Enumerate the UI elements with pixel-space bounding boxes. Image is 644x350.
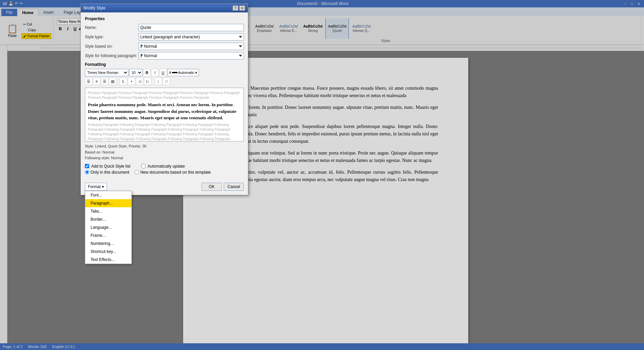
dialog-help-button[interactable]: ? <box>232 5 238 11</box>
dropdown-font[interactable]: Font... <box>85 191 131 199</box>
dropdown-numbering[interactable]: Numbering... <box>85 239 131 248</box>
preview-box: Previous Paragraph Previous Paragraph Pr… <box>85 88 244 141</box>
format-button-label: Format <box>88 184 101 189</box>
style-info-line2: Based on: Normal <box>85 149 244 156</box>
name-control <box>139 24 244 31</box>
preview-following-text: Following Paragraph Following Paragraph … <box>88 123 241 141</box>
only-doc-radio[interactable] <box>85 170 89 174</box>
style-following-control: ⁋ Normal <box>139 52 244 59</box>
style-info-line3: Following style: Normal <box>85 155 244 161</box>
align-justify-button[interactable]: ▤ <box>109 78 116 85</box>
align-right-button[interactable]: ☰ <box>101 78 108 85</box>
ordered-list-button[interactable]: 1. <box>120 78 127 85</box>
style-info: Style: Linked, Quick Style, Priority: 30… <box>85 143 244 161</box>
formatting-header: Formatting <box>85 62 244 67</box>
radio-row: Only in this document New documents base… <box>85 170 244 175</box>
ok-cancel-buttons: OK Cancel <box>202 183 244 191</box>
decrease-indent-button[interactable]: ◁ <box>136 78 143 85</box>
style-type-label: Style type: <box>85 35 139 39</box>
dialog-bold-button[interactable]: B <box>143 69 151 76</box>
dropdown-frame[interactable]: Frame... <box>85 231 131 239</box>
style-following-select[interactable]: ⁋ Normal <box>139 52 244 59</box>
dialog-footer: Format ▾ Font... Paragraph... Tabs... Bo… <box>81 181 248 195</box>
name-input[interactable] <box>139 24 244 31</box>
name-label: Name: <box>85 25 139 30</box>
format-dropdown-container: Format ▾ Font... Paragraph... Tabs... Bo… <box>85 183 107 191</box>
style-type-control: Linked (paragraph and character) <box>139 33 244 41</box>
formatting-tools: Times New Roman 10 B I U A Automatic ▾ <box>85 69 244 85</box>
border-button[interactable]: □ <box>163 78 170 85</box>
format-button[interactable]: Format ▾ <box>85 183 107 191</box>
dropdown-tabs[interactable]: Tabs... <box>85 207 131 215</box>
align-left-button[interactable]: ☰ <box>85 78 92 85</box>
style-type-row: Style type: Linked (paragraph and charac… <box>85 33 244 41</box>
properties-header: Properties <box>85 16 244 21</box>
style-following-label: Style for following paragraph: <box>85 53 139 58</box>
format-dropdown-arrow: ▾ <box>102 184 104 189</box>
dialog-font-select[interactable]: Times New Roman <box>85 69 128 76</box>
preview-previous-text: Previous Paragraph Previous Paragraph Pr… <box>88 91 241 100</box>
add-to-quick-label: Add to Quick Style list <box>91 164 130 169</box>
name-row: Name: <box>85 24 244 31</box>
style-based-control: ⁋ Normal <box>139 43 244 50</box>
dialog-title: Modify Style <box>84 6 105 10</box>
modify-style-dialog: Modify Style ? ✕ Properties Name: Style … <box>80 3 248 195</box>
align-center-button[interactable]: ≡ <box>93 78 100 85</box>
dialog-size-select[interactable]: 10 <box>129 69 143 76</box>
style-based-row: Style based on: ⁋ Normal <box>85 43 244 50</box>
dialog-underline-button[interactable]: U <box>159 69 167 76</box>
format-dropdown-menu: Font... Paragraph... Tabs... Border... L… <box>85 191 132 264</box>
style-based-label: Style based on: <box>85 44 139 49</box>
increase-indent-button[interactable]: ▷ <box>144 78 151 85</box>
style-based-select[interactable]: ⁋ Normal <box>139 43 244 50</box>
dialog-color-dropdown[interactable]: A Automatic ▾ <box>167 69 199 76</box>
dropdown-border[interactable]: Border... <box>85 215 131 223</box>
dialog-italic-button[interactable]: I <box>151 69 159 76</box>
style-info-line1: Style: Linked, Quick Style, Priority: 30 <box>85 143 244 149</box>
only-doc-label: Only in this document <box>91 170 129 175</box>
dialog-controls: ? ✕ <box>232 5 245 11</box>
add-to-quick-checkbox[interactable] <box>85 164 89 168</box>
auto-update-label: Automatically update <box>148 164 185 169</box>
dialog-body: Properties Name: Style type: Linked (par… <box>81 12 248 181</box>
align-toolbar-row2: ☰ ≡ ☰ ▤ 1. • ◁ ▷ ↕ □ <box>85 78 244 85</box>
dropdown-paragraph[interactable]: Paragraph... <box>85 199 131 207</box>
unordered-list-button[interactable]: • <box>128 78 135 85</box>
ok-button[interactable]: OK <box>202 183 222 191</box>
word-app: W 💾 ↶ ↷ Document2 - Microsoft Word ─ □ ✕… <box>0 0 644 350</box>
auto-update-checkbox[interactable] <box>141 164 146 168</box>
preview-main-text: Proin pharetra nonummy pede. Mauris et o… <box>88 101 241 121</box>
dropdown-shortcut[interactable]: Shortcut key... <box>85 248 131 256</box>
new-docs-radio[interactable] <box>135 170 139 174</box>
dropdown-language[interactable]: Language... <box>85 223 131 231</box>
new-docs-option: New documents based on this template <box>135 170 211 175</box>
style-type-select[interactable]: Linked (paragraph and character) <box>139 33 244 41</box>
dropdown-text-effects[interactable]: Text Effects... <box>85 256 131 264</box>
dialog-close-button[interactable]: ✕ <box>239 5 245 11</box>
cancel-button[interactable]: Cancel <box>224 183 244 191</box>
only-doc-option: Only in this document <box>85 170 129 175</box>
modal-overlay: Modify Style ? ✕ Properties Name: Style … <box>0 0 644 350</box>
format-toolbar-row1: Times New Roman 10 B I U A Automatic ▾ <box>85 69 244 76</box>
line-spacing-button[interactable]: ↕ <box>155 78 162 85</box>
new-docs-label: New documents based on this template <box>140 170 211 175</box>
dialog-titlebar: Modify Style ? ✕ <box>81 4 248 12</box>
style-following-row: Style for following paragraph: ⁋ Normal <box>85 52 244 59</box>
add-to-quick-row: Add to Quick Style list Automatically up… <box>85 164 244 169</box>
